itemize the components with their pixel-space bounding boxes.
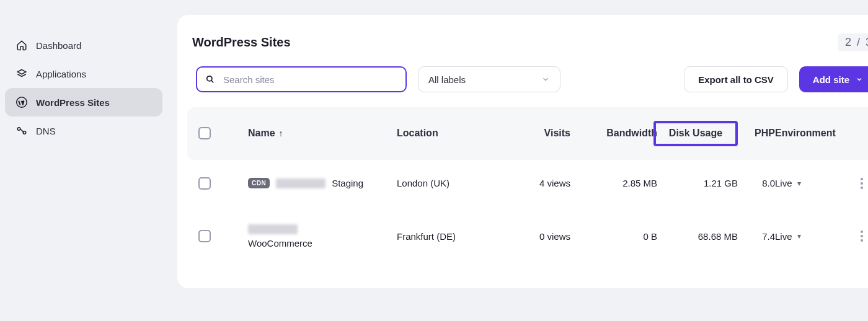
- sidebar-item-label: Dashboard: [36, 40, 81, 51]
- chevron-down-icon: ▾: [797, 179, 801, 188]
- card-header: WordPress Sites 2 / 3: [187, 33, 868, 66]
- site-name-suffix: WooCommerce: [248, 238, 312, 248]
- visits-cell: 4 views: [496, 178, 570, 188]
- redacted-name: [248, 224, 298, 234]
- table-row: WooCommerce Frankfurt (DE) 0 views 0 B 6…: [187, 207, 868, 266]
- highlight-disk-usage: Disk Usage: [653, 121, 738, 146]
- chevron-down-icon: [541, 75, 550, 84]
- sidebar-item-label: Applications: [36, 69, 86, 79]
- col-environment[interactable]: Environment: [775, 128, 849, 139]
- row-checkbox[interactable]: [198, 177, 211, 190]
- chevron-down-icon: [856, 76, 863, 83]
- sidebar-item-label: DNS: [36, 126, 56, 136]
- cdn-badge: CDN: [248, 178, 270, 188]
- sidebar: Dashboard Applications WordPress Sites D…: [0, 0, 167, 321]
- environment-select[interactable]: Live ▾: [775, 231, 849, 242]
- content-card: WordPress Sites 2 / 3 All labels Export …: [177, 15, 868, 288]
- col-visits[interactable]: Visits: [496, 128, 570, 139]
- sort-arrow-up-icon: ↑: [279, 128, 283, 138]
- export-csv-label: Export all to CSV: [698, 74, 774, 85]
- wordpress-icon: [16, 97, 27, 108]
- col-php[interactable]: PHP: [738, 128, 775, 139]
- add-site-button[interactable]: Add site: [799, 66, 868, 92]
- search-icon: [206, 75, 215, 84]
- sidebar-item-wordpress-sites[interactable]: WordPress Sites: [5, 88, 162, 117]
- location-cell: London (UK): [397, 178, 496, 188]
- disk-usage-cell: 68.68 MB: [657, 231, 738, 242]
- svg-point-1: [17, 128, 20, 131]
- layers-icon: [16, 68, 27, 79]
- select-all-checkbox[interactable]: [198, 127, 211, 139]
- home-icon: [16, 40, 27, 51]
- labels-filter-value: All labels: [428, 74, 466, 85]
- toolbar: All labels Export all to CSV Add site: [187, 66, 868, 107]
- col-location[interactable]: Location: [397, 128, 496, 139]
- table-header: Name↑ Location Visits Bandwidth Disk Usa…: [187, 107, 868, 160]
- add-site-label: Add site: [813, 74, 849, 85]
- site-name-cell[interactable]: WooCommerce: [248, 224, 397, 248]
- bandwidth-cell: 0 B: [570, 231, 657, 242]
- sidebar-item-dashboard[interactable]: Dashboard: [5, 31, 162, 59]
- row-actions-menu[interactable]: [849, 231, 868, 242]
- php-cell: 7.4: [738, 231, 775, 242]
- environment-select[interactable]: Live ▾: [775, 178, 849, 188]
- disk-usage-cell: 1.21 GB: [657, 178, 738, 188]
- dns-icon: [16, 125, 27, 136]
- row-actions-menu[interactable]: [849, 178, 868, 189]
- export-csv-button[interactable]: Export all to CSV: [684, 66, 788, 92]
- col-bandwidth[interactable]: Bandwidth: [570, 128, 657, 139]
- sidebar-item-applications[interactable]: Applications: [5, 59, 162, 88]
- search-wrap: [196, 66, 407, 92]
- main: WordPress Sites 2 / 3 All labels Export …: [167, 0, 868, 321]
- col-disk-usage[interactable]: Disk Usage: [657, 121, 738, 146]
- redacted-name: [276, 178, 326, 188]
- col-name[interactable]: Name↑: [248, 128, 397, 139]
- location-cell: Frankfurt (DE): [397, 231, 496, 242]
- search-input[interactable]: [196, 66, 407, 92]
- site-name-cell[interactable]: CDN Staging: [248, 178, 397, 188]
- php-cell: 8.0: [738, 178, 775, 188]
- page-counter: 2 / 3: [838, 33, 868, 51]
- bandwidth-cell: 2.85 MB: [570, 178, 657, 188]
- sidebar-item-label: WordPress Sites: [36, 97, 110, 108]
- svg-point-3: [207, 76, 212, 81]
- page-title: WordPress Sites: [192, 35, 291, 50]
- row-checkbox[interactable]: [198, 230, 211, 242]
- visits-cell: 0 views: [496, 231, 570, 242]
- table-row: CDN Staging London (UK) 4 views 2.85 MB …: [187, 160, 868, 207]
- labels-filter-select[interactable]: All labels: [418, 66, 560, 92]
- sidebar-item-dns[interactable]: DNS: [5, 117, 162, 145]
- site-name-suffix: Staging: [332, 178, 363, 188]
- chevron-down-icon: ▾: [797, 232, 801, 240]
